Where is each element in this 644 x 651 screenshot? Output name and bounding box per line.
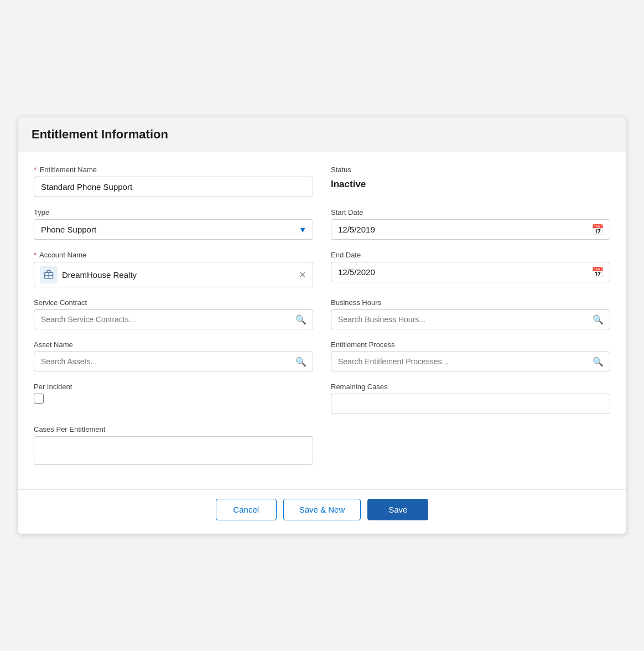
end-date-label: End Date: [331, 251, 610, 259]
status-label: Status: [331, 166, 610, 174]
cases-per-entitlement-group: Cases Per Entitlement: [34, 425, 313, 465]
asset-name-search-wrapper: 🔍: [34, 352, 313, 371]
type-group: Type Phone Support Web Support Email Sup…: [34, 208, 313, 240]
per-incident-checkbox-wrapper: [34, 394, 313, 404]
clear-account-icon[interactable]: ✕: [298, 268, 307, 281]
service-contract-input[interactable]: [34, 309, 313, 329]
account-name-text: DreamHouse Realty: [62, 270, 293, 280]
remaining-cases-label: Remaining Cases: [331, 383, 610, 391]
end-date-wrapper: 📅: [331, 262, 610, 282]
account-name-group: * Account Name DreamHouse Realty ✕: [34, 251, 313, 287]
cases-per-entitlement-input[interactable]: [34, 436, 313, 465]
entitlement-name-label: * Entitlement Name: [34, 166, 313, 174]
entitlement-process-group: Entitlement Process 🔍: [331, 340, 610, 371]
start-date-input[interactable]: [331, 219, 610, 240]
status-value: Inactive: [331, 177, 610, 190]
service-contract-label: Service Contract: [34, 298, 313, 307]
entitlement-process-search-wrapper: 🔍: [331, 352, 610, 371]
per-incident-checkbox[interactable]: [34, 394, 44, 404]
modal-body: * Entitlement Name Status Inactive Type …: [18, 152, 626, 487]
end-date-input[interactable]: [331, 262, 610, 282]
entitlement-name-input[interactable]: [34, 177, 313, 197]
form-grid: * Entitlement Name Status Inactive Type …: [34, 166, 610, 476]
per-incident-label: Per Incident: [34, 383, 313, 391]
save-new-button[interactable]: Save & New: [283, 499, 361, 520]
remaining-cases-input[interactable]: [331, 394, 610, 414]
type-select-wrapper: Phone Support Web Support Email Support …: [34, 219, 313, 240]
modal-header: Entitlement Information: [18, 117, 626, 152]
required-star-account: *: [34, 251, 37, 259]
service-contract-group: Service Contract 🔍: [34, 298, 313, 329]
start-date-label: Start Date: [331, 208, 610, 216]
account-field[interactable]: DreamHouse Realty ✕: [34, 262, 313, 287]
save-button[interactable]: Save: [367, 499, 428, 520]
service-contract-search-wrapper: 🔍: [34, 309, 313, 329]
type-label: Type: [34, 208, 313, 216]
business-hours-group: Business Hours 🔍: [331, 298, 610, 329]
asset-name-label: Asset Name: [34, 340, 313, 349]
business-hours-input[interactable]: [331, 309, 610, 329]
asset-name-group: Asset Name 🔍: [34, 340, 313, 371]
account-icon: [40, 266, 58, 283]
end-date-group: End Date 📅: [331, 251, 610, 287]
business-hours-search-wrapper: 🔍: [331, 309, 610, 329]
account-name-label: * Account Name: [34, 251, 313, 259]
modal-footer: Cancel Save & New Save: [18, 489, 626, 534]
cases-per-entitlement-label: Cases Per Entitlement: [34, 425, 313, 433]
business-hours-label: Business Hours: [331, 298, 610, 307]
start-date-group: Start Date 📅: [331, 208, 610, 240]
svg-rect-1: [47, 271, 50, 273]
cancel-button[interactable]: Cancel: [216, 499, 277, 520]
modal-title: Entitlement Information: [32, 127, 612, 142]
required-star: *: [34, 166, 37, 174]
start-date-wrapper: 📅: [331, 219, 610, 240]
status-group: Status Inactive: [331, 166, 610, 197]
entitlement-name-group: * Entitlement Name: [34, 166, 313, 197]
remaining-cases-group: Remaining Cases: [331, 383, 610, 414]
asset-name-input[interactable]: [34, 352, 313, 371]
entitlement-process-label: Entitlement Process: [331, 340, 610, 349]
entitlement-process-input[interactable]: [331, 352, 610, 371]
entitlement-modal: Entitlement Information * Entitlement Na…: [18, 117, 626, 534]
per-incident-group: Per Incident: [34, 383, 313, 414]
type-select[interactable]: Phone Support Web Support Email Support: [34, 219, 313, 240]
